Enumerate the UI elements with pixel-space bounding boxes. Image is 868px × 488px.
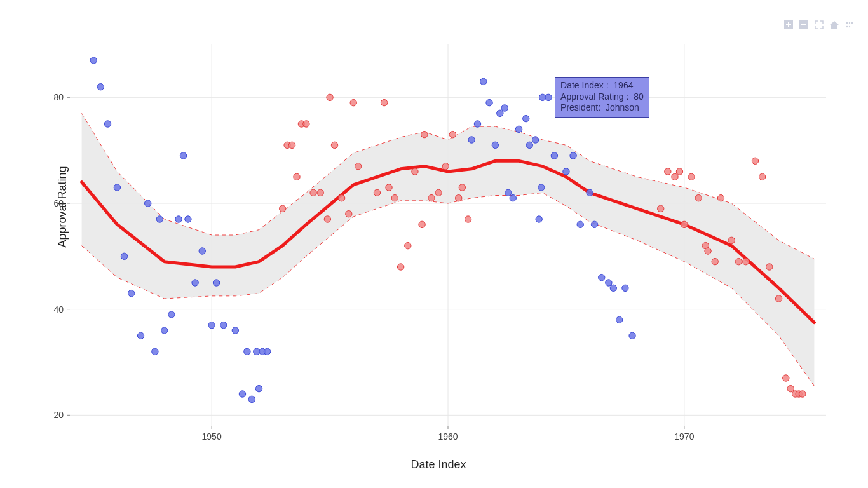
data-point[interactable] <box>152 348 158 355</box>
data-point[interactable] <box>486 99 492 105</box>
data-point[interactable] <box>327 94 333 100</box>
data-point[interactable] <box>331 142 337 148</box>
data-point[interactable] <box>759 173 765 180</box>
data-point[interactable] <box>766 264 773 270</box>
data-point[interactable] <box>338 194 344 201</box>
data-point[interactable] <box>374 189 380 196</box>
data-point[interactable] <box>752 158 758 164</box>
data-point[interactable] <box>386 184 392 191</box>
data-point[interactable] <box>310 189 316 196</box>
data-point[interactable] <box>145 200 151 207</box>
expand-icon[interactable] <box>813 19 825 30</box>
data-point[interactable] <box>591 221 597 227</box>
data-point[interactable] <box>497 110 503 116</box>
data-point[interactable] <box>735 258 742 264</box>
data-point[interactable] <box>538 184 545 191</box>
data-point[interactable] <box>563 168 569 175</box>
data-point[interactable] <box>688 173 695 180</box>
data-point[interactable] <box>459 184 465 191</box>
data-point[interactable] <box>412 168 418 175</box>
data-point[interactable] <box>208 322 215 328</box>
data-point[interactable] <box>672 173 678 180</box>
data-point[interactable] <box>587 189 593 196</box>
data-point[interactable] <box>545 94 552 100</box>
data-point[interactable] <box>428 194 435 201</box>
data-point[interactable] <box>705 248 711 254</box>
data-point[interactable] <box>324 216 330 222</box>
data-point[interactable] <box>783 375 789 381</box>
data-point[interactable] <box>294 173 300 180</box>
data-point[interactable] <box>577 221 583 227</box>
home-icon[interactable] <box>829 19 840 30</box>
data-point[interactable] <box>510 194 516 201</box>
data-point[interactable] <box>175 216 182 222</box>
chart-svg[interactable]: 19501960197020406080 <box>32 32 845 477</box>
data-point[interactable] <box>474 121 480 127</box>
data-point[interactable] <box>449 131 456 137</box>
more-icon[interactable] <box>844 19 855 30</box>
data-point[interactable] <box>442 163 449 169</box>
data-point[interactable] <box>128 290 134 296</box>
data-point[interactable] <box>551 152 557 159</box>
data-point[interactable] <box>657 205 663 212</box>
data-point[interactable] <box>492 142 498 148</box>
data-point[interactable] <box>665 168 671 175</box>
data-point[interactable] <box>121 253 127 259</box>
data-point[interactable] <box>468 137 475 143</box>
data-point[interactable] <box>199 248 205 254</box>
data-point[interactable] <box>787 385 794 391</box>
data-point[interactable] <box>104 121 111 127</box>
data-point[interactable] <box>264 348 270 355</box>
data-point[interactable] <box>317 189 323 196</box>
data-point[interactable] <box>435 189 442 196</box>
data-point[interactable] <box>220 322 227 328</box>
data-point[interactable] <box>606 280 612 286</box>
data-point[interactable] <box>717 194 724 201</box>
zoom-out-icon[interactable] <box>798 19 810 30</box>
data-point[interactable] <box>501 105 508 111</box>
data-point[interactable] <box>536 216 542 222</box>
data-point[interactable] <box>570 152 576 159</box>
data-point[interactable] <box>168 311 175 318</box>
data-point[interactable] <box>676 168 682 175</box>
data-point[interactable] <box>137 332 144 339</box>
data-point[interactable] <box>97 83 104 90</box>
data-point[interactable] <box>397 264 403 270</box>
data-point[interactable] <box>350 99 356 105</box>
data-point[interactable] <box>192 280 198 286</box>
data-point[interactable] <box>213 280 219 286</box>
data-point[interactable] <box>421 131 428 137</box>
data-point[interactable] <box>712 258 718 264</box>
data-point[interactable] <box>599 274 605 280</box>
data-point[interactable] <box>515 126 522 132</box>
data-point[interactable] <box>456 194 462 201</box>
data-point[interactable] <box>532 137 538 143</box>
data-point[interactable] <box>279 205 285 212</box>
data-point[interactable] <box>622 285 628 291</box>
data-point[interactable] <box>799 391 806 397</box>
data-point[interactable] <box>695 194 702 201</box>
data-point[interactable] <box>248 396 255 402</box>
data-point[interactable] <box>405 242 411 248</box>
data-point[interactable] <box>239 391 245 397</box>
data-point[interactable] <box>419 221 425 227</box>
data-point[interactable] <box>381 99 387 105</box>
data-point[interactable] <box>180 152 186 159</box>
data-point[interactable] <box>346 210 352 217</box>
data-point[interactable] <box>742 258 749 264</box>
data-point[interactable] <box>629 332 635 339</box>
data-point[interactable] <box>355 163 361 169</box>
data-point[interactable] <box>288 142 295 148</box>
data-point[interactable] <box>185 216 191 222</box>
data-point[interactable] <box>465 216 471 222</box>
data-point[interactable] <box>681 221 688 227</box>
data-point[interactable] <box>480 78 487 85</box>
data-point[interactable] <box>523 115 529 121</box>
data-point[interactable] <box>244 348 250 355</box>
data-point[interactable] <box>775 295 782 302</box>
data-point[interactable] <box>610 285 616 291</box>
data-point[interactable] <box>505 189 512 196</box>
data-point[interactable] <box>391 194 398 201</box>
data-point[interactable] <box>526 142 532 148</box>
data-point[interactable] <box>156 216 163 222</box>
